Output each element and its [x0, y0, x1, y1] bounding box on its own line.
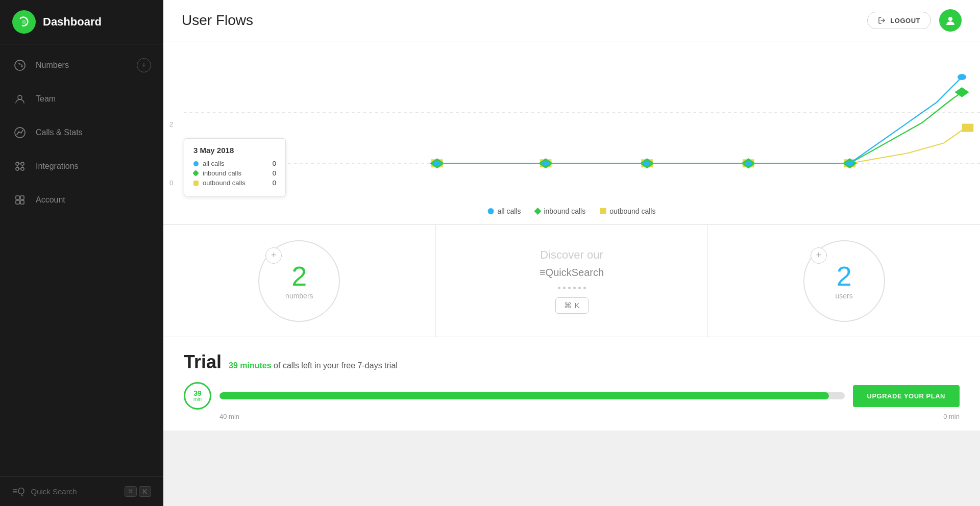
chart-icon: [12, 125, 28, 140]
quicksearch-logo: ≡QuickSearch: [540, 267, 604, 279]
trial-label-max: 40 min: [219, 413, 239, 420]
sidebar-label-calls-stats: Calls & Stats: [36, 128, 83, 137]
sidebar-label-integrations: Integrations: [36, 162, 79, 171]
kbd-k-qs: K: [575, 301, 580, 310]
tooltip-date: 3 May 2018: [193, 146, 276, 155]
integrations-icon: [12, 159, 28, 174]
trial-section: Trial 39 minutes of calls left in your f…: [163, 337, 980, 431]
chart-tooltip: 3 May 2018 all calls 0 inbound calls 0: [184, 138, 286, 196]
app-logo: [12, 10, 36, 34]
user-avatar[interactable]: [939, 9, 962, 32]
tooltip-row-outbound: outbound calls 0: [193, 179, 276, 187]
svg-rect-15: [20, 200, 24, 204]
users-count: 2: [837, 262, 852, 290]
chart-legend: all calls inbound calls outbound calls: [488, 207, 656, 215]
trial-minutes-circle: 39 min: [184, 382, 211, 410]
legend-label-inbound: inbound calls: [544, 207, 585, 215]
app-title: Dashboard: [43, 15, 102, 29]
svg-point-33: [542, 161, 549, 166]
svg-rect-14: [16, 200, 19, 204]
upgrade-plan-button[interactable]: UPGRADE YOUR PLAN: [853, 385, 960, 407]
svg-rect-12: [16, 196, 19, 199]
trial-desc-text: of calls left in your free 7-days trial: [274, 361, 398, 370]
logout-button[interactable]: LOGOUT: [867, 12, 931, 29]
add-numbers-button[interactable]: +: [265, 247, 282, 264]
quicksearch-dots: [558, 287, 586, 289]
add-number-button[interactable]: +: [137, 58, 151, 72]
trial-circle-number: 39: [193, 390, 202, 397]
sidebar-header: Dashboard: [0, 0, 163, 44]
svg-point-4: [16, 162, 19, 165]
tooltip-label-all-calls: all calls: [203, 160, 225, 167]
chart-svg: [184, 72, 980, 194]
quick-search-icon: ≡Q: [12, 486, 25, 497]
trial-minutes: 39 minutes: [229, 361, 272, 370]
legend-inbound-calls: inbound calls: [535, 207, 585, 215]
svg-point-35: [745, 161, 752, 166]
sidebar-item-team[interactable]: Team: [0, 82, 163, 116]
widgets-section: + 2 numbers Discover our ≡QuickSearch: [163, 225, 980, 337]
users-label: users: [836, 292, 853, 300]
outbound-dot: [193, 181, 199, 186]
svg-point-32: [433, 161, 440, 166]
sidebar-item-numbers[interactable]: Numbers +: [0, 48, 163, 82]
svg-point-0: [22, 20, 26, 24]
person-icon: [12, 91, 28, 107]
legend-all-calls: all calls: [488, 207, 521, 215]
tooltip-val-inbound: 0: [273, 169, 276, 177]
tooltip-val-outbound: 0: [273, 179, 276, 187]
sidebar-item-account[interactable]: Account: [0, 183, 163, 217]
tooltip-label-inbound: inbound calls: [203, 169, 241, 177]
legend-dot-inbound: [534, 208, 541, 215]
sidebar-item-calls-stats[interactable]: Calls & Stats: [0, 116, 163, 149]
content-area: 2 0: [163, 41, 980, 506]
topbar: User Flows LOGOUT: [163, 0, 980, 41]
tooltip-row-all-calls: all calls 0: [193, 160, 276, 167]
numbers-count: 2: [291, 262, 307, 290]
svg-rect-25: [962, 124, 974, 132]
page-title: User Flows: [182, 12, 253, 29]
kbd-cmd-qs: ⌘: [564, 301, 572, 310]
svg-point-6: [16, 167, 19, 170]
svg-point-36: [846, 161, 853, 166]
all-calls-dot: [193, 161, 199, 166]
numbers-circle: + 2 numbers: [258, 240, 340, 322]
sidebar-label-account: Account: [36, 195, 65, 205]
kbd-cmd: ⌘: [125, 486, 137, 497]
trial-bar-row: 39 min UPGRADE YOUR PLAN: [184, 382, 960, 410]
sidebar-label-team: Team: [36, 94, 56, 104]
svg-point-5: [21, 162, 24, 165]
svg-point-2: [18, 95, 22, 99]
trial-progress-bar: [219, 392, 845, 399]
sidebar-item-integrations[interactable]: Integrations: [0, 149, 163, 183]
logout-icon: [878, 16, 886, 24]
legend-label-all-calls: all calls: [498, 207, 521, 215]
add-users-button[interactable]: +: [811, 247, 827, 264]
svg-point-37: [958, 74, 966, 80]
trial-description: 39 minutes of calls left in your free 7-…: [229, 361, 398, 370]
chart-section: 2 0: [163, 41, 980, 225]
legend-dot-outbound: [600, 208, 606, 214]
grid-icon: [12, 192, 28, 208]
quick-search-button[interactable]: ≡Q Quick Search ⌘ K: [0, 476, 163, 506]
inbound-dot: [192, 170, 199, 176]
logout-label: LOGOUT: [890, 17, 920, 24]
quicksearch-shortcut[interactable]: ⌘ K: [555, 297, 589, 314]
svg-point-17: [948, 17, 952, 21]
trial-label-min: 0 min: [943, 413, 960, 420]
numbers-label: numbers: [285, 292, 313, 300]
trial-title: Trial: [184, 351, 222, 373]
trial-bar-fill: [219, 392, 829, 399]
sidebar: Dashboard Numbers +: [0, 0, 163, 506]
sidebar-label-numbers: Numbers: [36, 61, 69, 70]
widget-quicksearch: Discover our ≡QuickSearch ⌘ K: [436, 225, 708, 337]
tooltip-row-inbound: inbound calls 0: [193, 169, 276, 177]
svg-point-7: [21, 167, 24, 170]
main-content: User Flows LOGOUT 2 0: [163, 0, 980, 506]
discover-text: Discover our: [540, 248, 603, 262]
svg-point-34: [644, 161, 651, 166]
trial-circle-unit: min: [193, 397, 202, 402]
kbd-k: K: [139, 486, 151, 497]
svg-rect-13: [20, 196, 24, 199]
widget-numbers: + 2 numbers: [163, 225, 436, 337]
